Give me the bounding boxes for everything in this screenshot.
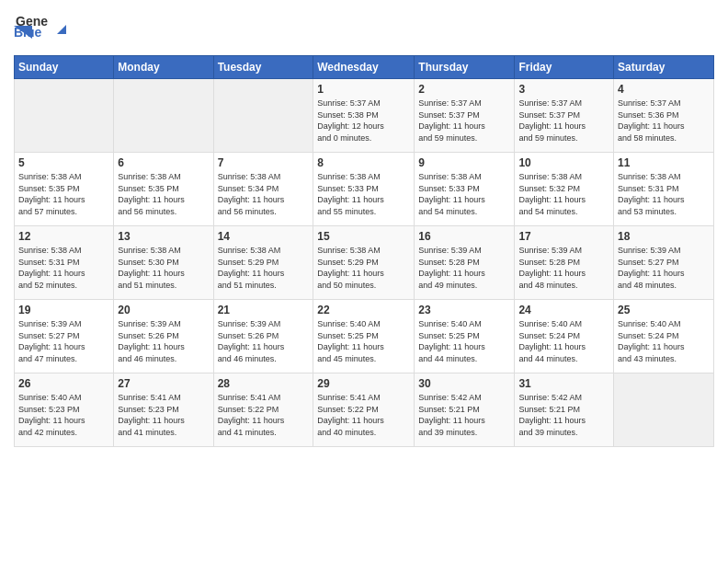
svg-text:Blue: Blue — [14, 25, 42, 40]
day-info: Sunrise: 5:38 AM Sunset: 5:31 PM Dayligh… — [18, 245, 109, 291]
day-number: 11 — [618, 156, 710, 169]
day-number: 29 — [317, 377, 410, 390]
calendar-cell: 1Sunrise: 5:37 AM Sunset: 5:38 PM Daylig… — [313, 79, 415, 153]
day-info: Sunrise: 5:42 AM Sunset: 5:21 PM Dayligh… — [418, 392, 510, 438]
day-number: 19 — [18, 304, 109, 316]
calendar-cell: 9Sunrise: 5:38 AM Sunset: 5:33 PM Daylig… — [415, 153, 515, 226]
calendar-cell: 8Sunrise: 5:38 AM Sunset: 5:33 PM Daylig… — [313, 153, 415, 226]
calendar-week-row: 19Sunrise: 5:39 AM Sunset: 5:27 PM Dayli… — [15, 300, 714, 373]
day-number: 16 — [418, 230, 510, 243]
day-info: Sunrise: 5:38 AM Sunset: 5:33 PM Dayligh… — [317, 171, 410, 217]
day-number: 14 — [218, 230, 310, 243]
calendar-cell — [213, 79, 313, 153]
calendar-cell: 14Sunrise: 5:38 AM Sunset: 5:29 PM Dayli… — [213, 226, 313, 300]
calendar-cell: 3Sunrise: 5:37 AM Sunset: 5:37 PM Daylig… — [515, 79, 614, 153]
day-number: 4 — [618, 83, 710, 96]
calendar-cell: 23Sunrise: 5:40 AM Sunset: 5:25 PM Dayli… — [415, 300, 515, 373]
day-number: 7 — [218, 156, 310, 169]
day-info: Sunrise: 5:41 AM Sunset: 5:22 PM Dayligh… — [317, 392, 410, 438]
calendar-cell: 21Sunrise: 5:39 AM Sunset: 5:26 PM Dayli… — [213, 300, 313, 373]
calendar-cell: 11Sunrise: 5:38 AM Sunset: 5:31 PM Dayli… — [614, 153, 714, 226]
page: General Blue — [0, 0, 728, 456]
day-of-week-header: Friday — [515, 56, 614, 79]
day-number: 27 — [118, 377, 209, 390]
calendar-cell: 30Sunrise: 5:42 AM Sunset: 5:21 PM Dayli… — [415, 373, 515, 447]
day-number: 10 — [518, 156, 609, 169]
calendar-cell: 26Sunrise: 5:40 AM Sunset: 5:23 PM Dayli… — [15, 373, 114, 447]
calendar-body: 1Sunrise: 5:37 AM Sunset: 5:38 PM Daylig… — [15, 79, 714, 447]
header: General Blue — [14, 9, 714, 48]
calendar-cell: 19Sunrise: 5:39 AM Sunset: 5:27 PM Dayli… — [15, 300, 114, 373]
day-info: Sunrise: 5:40 AM Sunset: 5:25 PM Dayligh… — [418, 318, 510, 364]
calendar-cell: 28Sunrise: 5:41 AM Sunset: 5:22 PM Dayli… — [213, 373, 313, 447]
day-number: 22 — [317, 304, 410, 316]
day-of-week-header: Wednesday — [313, 56, 415, 79]
calendar-cell: 18Sunrise: 5:39 AM Sunset: 5:27 PM Dayli… — [614, 226, 714, 300]
logo-mark: General Blue — [14, 9, 49, 48]
day-of-week-header: Monday — [114, 56, 213, 79]
calendar-cell — [614, 373, 714, 447]
day-number: 5 — [18, 156, 109, 169]
day-info: Sunrise: 5:38 AM Sunset: 5:34 PM Dayligh… — [218, 171, 310, 217]
day-info: Sunrise: 5:40 AM Sunset: 5:25 PM Dayligh… — [317, 318, 410, 364]
day-of-week-header: Thursday — [415, 56, 515, 79]
calendar-cell: 22Sunrise: 5:40 AM Sunset: 5:25 PM Dayli… — [313, 300, 415, 373]
day-of-week-header: Sunday — [15, 56, 114, 79]
day-info: Sunrise: 5:40 AM Sunset: 5:23 PM Dayligh… — [18, 392, 109, 438]
day-info: Sunrise: 5:40 AM Sunset: 5:24 PM Dayligh… — [518, 318, 609, 364]
day-info: Sunrise: 5:41 AM Sunset: 5:23 PM Dayligh… — [118, 392, 209, 438]
calendar-cell: 13Sunrise: 5:38 AM Sunset: 5:30 PM Dayli… — [114, 226, 213, 300]
calendar-cell: 2Sunrise: 5:37 AM Sunset: 5:37 PM Daylig… — [415, 79, 515, 153]
calendar-cell: 24Sunrise: 5:40 AM Sunset: 5:24 PM Dayli… — [515, 300, 614, 373]
day-info: Sunrise: 5:38 AM Sunset: 5:29 PM Dayligh… — [317, 245, 410, 291]
day-info: Sunrise: 5:42 AM Sunset: 5:21 PM Dayligh… — [518, 392, 609, 438]
day-number: 18 — [618, 230, 710, 243]
calendar-cell: 31Sunrise: 5:42 AM Sunset: 5:21 PM Dayli… — [515, 373, 614, 447]
calendar-header-row: SundayMondayTuesdayWednesdayThursdayFrid… — [15, 56, 714, 79]
calendar-cell — [15, 79, 114, 153]
calendar-table: SundayMondayTuesdayWednesdayThursdayFrid… — [14, 55, 714, 447]
calendar-cell: 15Sunrise: 5:38 AM Sunset: 5:29 PM Dayli… — [313, 226, 415, 300]
day-info: Sunrise: 5:39 AM Sunset: 5:26 PM Dayligh… — [118, 318, 209, 364]
day-number: 12 — [18, 230, 109, 243]
calendar-cell: 5Sunrise: 5:38 AM Sunset: 5:35 PM Daylig… — [15, 153, 114, 226]
day-info: Sunrise: 5:39 AM Sunset: 5:28 PM Dayligh… — [518, 245, 609, 291]
calendar-cell: 25Sunrise: 5:40 AM Sunset: 5:24 PM Dayli… — [614, 300, 714, 373]
day-info: Sunrise: 5:39 AM Sunset: 5:26 PM Dayligh… — [218, 318, 310, 364]
day-info: Sunrise: 5:38 AM Sunset: 5:29 PM Dayligh… — [218, 245, 310, 291]
day-info: Sunrise: 5:39 AM Sunset: 5:28 PM Dayligh… — [418, 245, 510, 291]
day-info: Sunrise: 5:39 AM Sunset: 5:27 PM Dayligh… — [18, 318, 109, 364]
logo-text — [52, 21, 69, 36]
day-number: 28 — [218, 377, 310, 390]
day-number: 13 — [118, 230, 209, 243]
day-info: Sunrise: 5:38 AM Sunset: 5:32 PM Dayligh… — [518, 171, 609, 217]
day-number: 3 — [518, 83, 609, 96]
day-info: Sunrise: 5:40 AM Sunset: 5:24 PM Dayligh… — [618, 318, 710, 364]
day-info: Sunrise: 5:38 AM Sunset: 5:35 PM Dayligh… — [18, 171, 109, 217]
day-info: Sunrise: 5:37 AM Sunset: 5:36 PM Dayligh… — [618, 98, 710, 144]
calendar-cell: 17Sunrise: 5:39 AM Sunset: 5:28 PM Dayli… — [515, 226, 614, 300]
calendar-cell: 6Sunrise: 5:38 AM Sunset: 5:35 PM Daylig… — [114, 153, 213, 226]
day-number: 21 — [218, 304, 310, 316]
calendar-week-row: 1Sunrise: 5:37 AM Sunset: 5:38 PM Daylig… — [15, 79, 714, 153]
day-number: 17 — [518, 230, 609, 243]
calendar-cell: 10Sunrise: 5:38 AM Sunset: 5:32 PM Dayli… — [515, 153, 614, 226]
day-info: Sunrise: 5:37 AM Sunset: 5:37 PM Dayligh… — [418, 98, 510, 144]
day-info: Sunrise: 5:38 AM Sunset: 5:33 PM Dayligh… — [418, 171, 510, 217]
day-info: Sunrise: 5:38 AM Sunset: 5:31 PM Dayligh… — [618, 171, 710, 217]
day-number: 9 — [418, 156, 510, 169]
day-number: 15 — [317, 230, 410, 243]
calendar-cell: 7Sunrise: 5:38 AM Sunset: 5:34 PM Daylig… — [213, 153, 313, 226]
day-info: Sunrise: 5:39 AM Sunset: 5:27 PM Dayligh… — [618, 245, 710, 291]
day-number: 25 — [618, 304, 710, 316]
svg-marker-3 — [57, 25, 66, 34]
calendar-cell — [114, 79, 213, 153]
day-number: 1 — [317, 83, 410, 96]
calendar-cell: 29Sunrise: 5:41 AM Sunset: 5:22 PM Dayli… — [313, 373, 415, 447]
day-info: Sunrise: 5:37 AM Sunset: 5:37 PM Dayligh… — [518, 98, 609, 144]
calendar-cell: 20Sunrise: 5:39 AM Sunset: 5:26 PM Dayli… — [114, 300, 213, 373]
day-number: 31 — [518, 377, 609, 390]
calendar-week-row: 5Sunrise: 5:38 AM Sunset: 5:35 PM Daylig… — [15, 153, 714, 226]
day-number: 24 — [518, 304, 609, 316]
calendar-week-row: 26Sunrise: 5:40 AM Sunset: 5:23 PM Dayli… — [15, 373, 714, 447]
